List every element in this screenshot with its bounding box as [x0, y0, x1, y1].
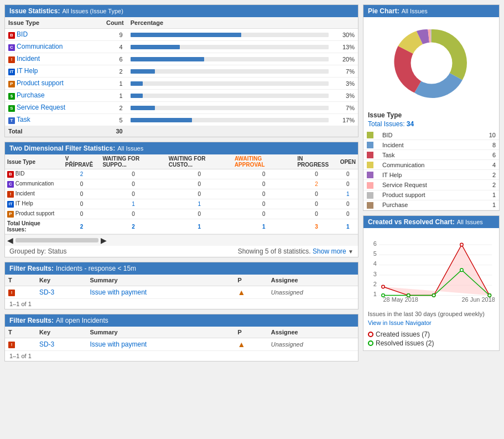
pie-chart-svg — [390, 22, 473, 105]
pie-title: Pie Chart: — [368, 7, 399, 15]
issue-bar-cell — [127, 114, 332, 126]
issue-count-cell: 1 — [93, 78, 127, 90]
legend-row: Task 6 — [363, 150, 499, 160]
dropdown-chevron[interactable]: ▼ — [348, 249, 354, 255]
col-percentage: Percentage — [127, 17, 332, 29]
filter2-row: ! SD-3 Issue with payment ▲ Unassigned — [5, 338, 358, 351]
bid-icon: B — [7, 171, 14, 178]
issue-type-link[interactable]: Service Request — [17, 104, 65, 111]
twodim-data-row: B BID 200000 — [5, 169, 358, 179]
issue-pct-cell: 20% — [332, 53, 358, 65]
issue-type-cell[interactable]: $ Purchase — [5, 90, 93, 102]
issue-type-link[interactable]: IT Help — [17, 67, 38, 75]
f2-key[interactable]: SD-3 — [36, 338, 87, 351]
total-label: Total — [5, 126, 93, 137]
twodim-data-row: ! Incident 000001 — [5, 189, 358, 199]
f2-summary[interactable]: Issue with payment — [86, 338, 234, 351]
legend-color-swatch — [367, 182, 373, 189]
twodim-val: 0 — [338, 199, 358, 209]
issue-type-cell[interactable]: IT IT Help — [5, 65, 93, 78]
pie-subtitle: All Issues — [402, 8, 428, 14]
issue-statistics-widget: Issue Statistics: All Issues (Issue Type… — [4, 4, 358, 137]
twodim-scroll[interactable]: Issue TypeV PŘÍPRAVĚWAITING FOR SUPPO...… — [5, 154, 358, 234]
twodim-val: 0 — [100, 179, 166, 189]
issue-bar-cell — [127, 78, 332, 90]
issue-type-link[interactable]: Product support — [17, 79, 64, 87]
issue-type-link[interactable]: Communication — [17, 43, 63, 50]
twodim-data-row: P Product support 000000 — [5, 209, 358, 219]
f1-key[interactable]: SD-3 — [36, 286, 87, 299]
pie-chart-header: Pie Chart: All Issues — [363, 5, 499, 17]
issue-type-link[interactable]: BID — [17, 30, 28, 38]
issue-pct-cell: 7% — [332, 65, 358, 78]
bar-outer — [131, 118, 329, 122]
purchase-icon: $ — [8, 93, 15, 100]
twodim-col-3: WAITING FOR CUSTO... — [167, 154, 232, 169]
created-dot-1 — [382, 285, 385, 288]
issue-type-link[interactable]: Task — [17, 116, 30, 123]
twodim-val: 2 — [295, 179, 337, 189]
issue-type-cell[interactable]: P Product support — [5, 78, 93, 90]
twodim-val: 0 — [338, 169, 358, 179]
issue-bar-cell — [127, 65, 332, 78]
filter-results-2-widget: Filter Results: All open Incidents T Key… — [4, 314, 358, 361]
scroll-thumb[interactable] — [15, 238, 98, 242]
twodim-val: 1 — [100, 199, 166, 209]
created-dot-4 — [460, 243, 463, 246]
scroll-right-arrow[interactable]: ▶ — [101, 236, 107, 245]
twodim-widget: Two Dimensional Filter Statistics: All I… — [4, 142, 358, 257]
legend-row: Service Request 2 — [363, 180, 499, 190]
legend-row: Purchase 1 — [363, 200, 499, 210]
resolved-dot-4 — [460, 268, 463, 271]
incident-icon: ! — [8, 56, 15, 63]
issue-type-link[interactable]: Incident — [17, 55, 40, 63]
show-more-link[interactable]: Show more — [313, 247, 346, 255]
twodim-val: 2 — [63, 169, 101, 179]
bar-outer — [131, 45, 329, 49]
ithelp-icon: IT — [7, 201, 14, 208]
resolved-dot-icon — [368, 340, 373, 346]
issue-type-cell[interactable]: ! Incident — [5, 53, 93, 65]
resolved-label: Resolved issues (2) — [376, 339, 434, 347]
legend-color-cell — [363, 140, 379, 150]
line-chart-svg: 6 5 4 3 2 1 28 May 2018 26 Jun 2018 — [368, 233, 495, 304]
twodim-val: 0 — [232, 209, 295, 219]
grouped-by-label: Grouped by: Status — [9, 247, 66, 255]
grouped-by-row: Grouped by: Status Showing 5 of 8 statis… — [5, 246, 358, 257]
issue-type-cell[interactable]: S Service Request — [5, 102, 93, 114]
filter1-row: ! SD-3 Issue with payment ▲ Unassigned — [5, 286, 358, 299]
legend-label: Task — [379, 150, 474, 160]
bar-outer — [131, 94, 329, 98]
legend-count: 1 — [474, 200, 499, 210]
pie-legend-table: BID 10 Incident 8 Task 6 Communication 4 — [363, 130, 499, 210]
legend-label: Communication — [379, 160, 474, 170]
filter2-count: 1–1 of 1 — [5, 351, 358, 361]
col-issue-type: Issue Type — [5, 17, 93, 29]
issue-type-cell[interactable]: C Communication — [5, 41, 93, 53]
issue-bar-cell — [127, 102, 332, 114]
horizontal-scrollbar[interactable]: ◀ ▶ — [5, 234, 358, 246]
f1-summary[interactable]: Issue with payment — [86, 286, 234, 299]
f2-col-key: Key — [36, 327, 87, 338]
issue-bar-cell — [127, 29, 332, 41]
bar-inner — [131, 118, 192, 122]
filter1-count: 1–1 of 1 — [5, 299, 358, 309]
issue-type-cell[interactable]: T Task — [5, 114, 93, 126]
legend-count: 2 — [474, 180, 499, 190]
view-issue-navigator-link[interactable]: View in Issue Navigator — [363, 319, 499, 327]
twodim-val: 1 — [167, 199, 232, 209]
scroll-left-arrow[interactable]: ◀ — [7, 236, 13, 245]
issue-count-cell: 2 — [93, 65, 127, 78]
total-count: 34 — [407, 120, 414, 128]
legend-color-cell — [363, 160, 379, 170]
total-issues: Total Issues: 34 — [363, 120, 499, 130]
issue-type-cell[interactable]: B BID — [5, 29, 93, 41]
twodim-col-1: V PŘÍPRAVĚ — [63, 154, 101, 169]
legend-color-swatch — [367, 202, 373, 209]
legend-color-cell — [363, 180, 379, 190]
f2-col-t: T — [5, 327, 36, 338]
issue-type-link[interactable]: Purchase — [17, 91, 45, 99]
f2-priority: ▲ — [235, 338, 268, 351]
legend-count: 6 — [474, 150, 499, 160]
issue-stats-subtitle: All Issues (Issue Type) — [62, 8, 123, 14]
